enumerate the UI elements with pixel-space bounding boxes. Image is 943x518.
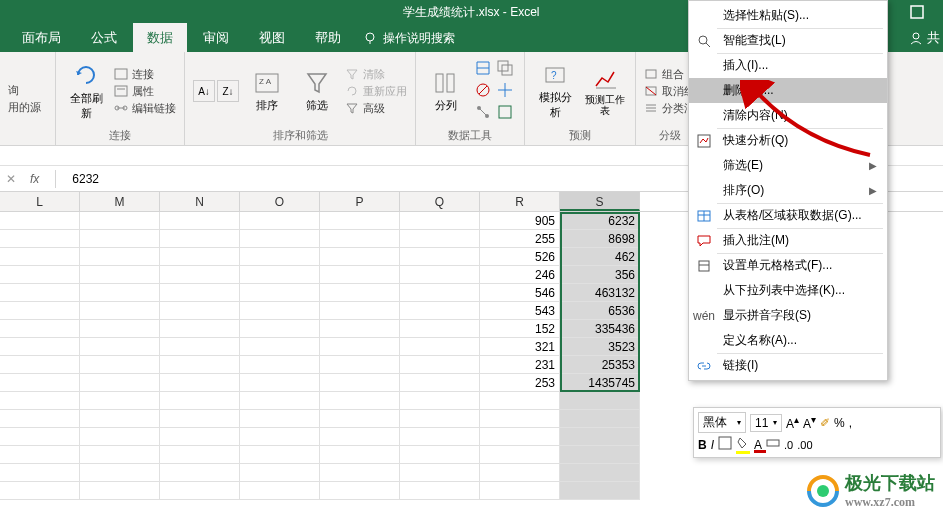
cell[interactable]: [560, 446, 640, 464]
cell[interactable]: [0, 410, 80, 428]
cell[interactable]: [0, 266, 80, 284]
mini-grow-font[interactable]: A▴: [786, 414, 799, 431]
cell[interactable]: [480, 410, 560, 428]
cell[interactable]: 462: [560, 248, 640, 266]
tab-review[interactable]: 审阅: [189, 23, 243, 53]
window-maximize-icon[interactable]: [891, 0, 943, 24]
cell[interactable]: [80, 392, 160, 410]
cell[interactable]: [240, 356, 320, 374]
cell[interactable]: [160, 248, 240, 266]
cell[interactable]: [160, 446, 240, 464]
cell[interactable]: [240, 212, 320, 230]
cell[interactable]: [0, 230, 80, 248]
cell[interactable]: [0, 338, 80, 356]
advanced-filter-item[interactable]: 高级: [345, 101, 407, 116]
used-source-item[interactable]: 用的源: [8, 100, 41, 115]
edit-links-item[interactable]: 编辑链接: [114, 101, 176, 116]
cell[interactable]: [320, 284, 400, 302]
cell[interactable]: [400, 284, 480, 302]
cell[interactable]: [240, 428, 320, 446]
column-header-L[interactable]: L: [0, 192, 80, 211]
menu-delete[interactable]: 删除(D)...: [689, 78, 887, 103]
cell[interactable]: [80, 266, 160, 284]
cell[interactable]: [320, 446, 400, 464]
cell[interactable]: [0, 428, 80, 446]
sort-button[interactable]: Z A 排序: [245, 56, 289, 126]
cell[interactable]: [160, 284, 240, 302]
cell[interactable]: [480, 482, 560, 500]
cell[interactable]: [480, 446, 560, 464]
consolidate-button[interactable]: [496, 81, 516, 101]
cell[interactable]: [400, 212, 480, 230]
cell[interactable]: [80, 338, 160, 356]
cell[interactable]: [320, 464, 400, 482]
forecast-sheet-button[interactable]: 预测工作表: [583, 56, 627, 126]
cell[interactable]: [160, 230, 240, 248]
cell[interactable]: [400, 410, 480, 428]
cell[interactable]: [400, 266, 480, 284]
menu-smart-lookup[interactable]: 智能查找(L): [689, 28, 887, 53]
cell[interactable]: [320, 392, 400, 410]
cell[interactable]: [80, 320, 160, 338]
cell[interactable]: [400, 248, 480, 266]
cell[interactable]: [400, 320, 480, 338]
cell[interactable]: [160, 302, 240, 320]
menu-pinyin[interactable]: wén显示拼音字段(S): [689, 303, 887, 328]
cell[interactable]: [480, 464, 560, 482]
column-header-N[interactable]: N: [160, 192, 240, 211]
column-header-S[interactable]: S: [560, 192, 640, 211]
menu-filter[interactable]: 筛选(E)▶: [689, 153, 887, 178]
cell[interactable]: [80, 446, 160, 464]
cell[interactable]: [80, 302, 160, 320]
flash-fill-button[interactable]: [474, 59, 494, 79]
sort-asc-button[interactable]: A↓: [193, 80, 215, 102]
cell[interactable]: [320, 428, 400, 446]
cell[interactable]: [320, 320, 400, 338]
cell[interactable]: 246: [480, 266, 560, 284]
cell[interactable]: [80, 230, 160, 248]
cell[interactable]: [560, 482, 640, 500]
cell[interactable]: 546: [480, 284, 560, 302]
mini-shrink-font[interactable]: A▾: [803, 414, 816, 431]
cell[interactable]: [0, 464, 80, 482]
cell[interactable]: [400, 302, 480, 320]
mini-border-icon[interactable]: [718, 436, 732, 453]
cell[interactable]: [80, 248, 160, 266]
cell[interactable]: [320, 356, 400, 374]
text-to-columns-button[interactable]: 分列: [424, 56, 468, 126]
cell[interactable]: [0, 212, 80, 230]
column-header-R[interactable]: R: [480, 192, 560, 211]
cell[interactable]: [400, 482, 480, 500]
fx-icon[interactable]: fx: [22, 172, 47, 186]
mini-format-painter-icon[interactable]: ✐: [820, 416, 830, 430]
tab-layout[interactable]: 面布局: [8, 23, 75, 53]
menu-get-data[interactable]: 从表格/区域获取数据(G)...: [689, 203, 887, 228]
cell[interactable]: 526: [480, 248, 560, 266]
cell[interactable]: [480, 428, 560, 446]
cell[interactable]: [0, 374, 80, 392]
cell[interactable]: [80, 356, 160, 374]
cell[interactable]: [80, 374, 160, 392]
mini-merge-icon[interactable]: [766, 436, 780, 453]
cell[interactable]: [320, 230, 400, 248]
cell[interactable]: [400, 428, 480, 446]
remove-duplicates-button[interactable]: [496, 59, 516, 79]
menu-format-cells[interactable]: 设置单元格格式(F)...: [689, 253, 887, 278]
cell[interactable]: [320, 482, 400, 500]
cell[interactable]: 335436: [560, 320, 640, 338]
tab-help[interactable]: 帮助: [301, 23, 355, 53]
cell[interactable]: [320, 410, 400, 428]
cell[interactable]: [160, 266, 240, 284]
cell[interactable]: [240, 374, 320, 392]
cell[interactable]: [160, 338, 240, 356]
cell[interactable]: [0, 482, 80, 500]
cell[interactable]: [240, 248, 320, 266]
cell[interactable]: [240, 338, 320, 356]
cell[interactable]: [80, 284, 160, 302]
cell[interactable]: [160, 212, 240, 230]
cell[interactable]: [320, 374, 400, 392]
cell[interactable]: [0, 248, 80, 266]
table-row[interactable]: [0, 464, 943, 482]
cell[interactable]: [240, 320, 320, 338]
cell[interactable]: 6536: [560, 302, 640, 320]
